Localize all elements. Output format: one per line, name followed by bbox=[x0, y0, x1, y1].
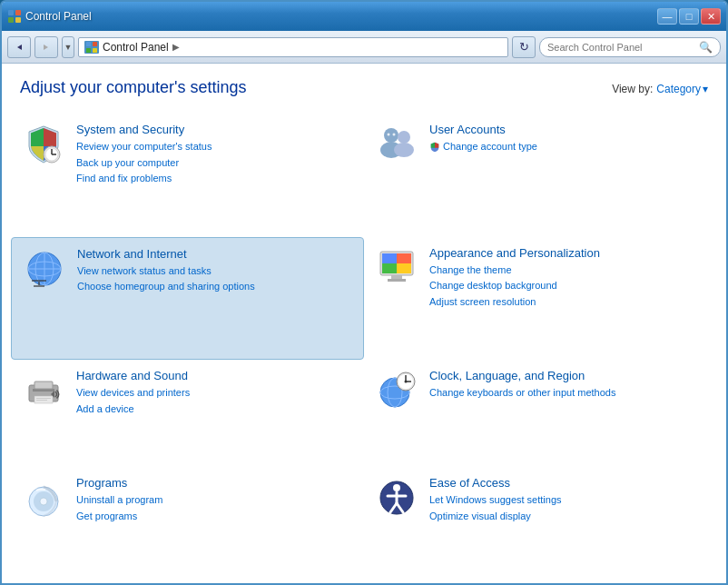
title-controls: — □ ✕ bbox=[657, 8, 721, 25]
appearance-link-2[interactable]: Change desktop background bbox=[429, 278, 706, 294]
svg-rect-27 bbox=[34, 285, 44, 287]
system-security-icon bbox=[22, 123, 65, 166]
search-box[interactable]: 🔍 bbox=[539, 37, 721, 57]
ease-link-1[interactable]: Let Windows suggest settings bbox=[429, 492, 706, 509]
hardware-link-2[interactable]: Add a device bbox=[76, 402, 353, 418]
network-internet-text: Network and Internet View network status… bbox=[77, 247, 352, 295]
svg-rect-33 bbox=[397, 263, 411, 273]
close-button[interactable]: ✕ bbox=[701, 8, 721, 25]
programs-icon bbox=[22, 476, 65, 520]
programs-title[interactable]: Programs bbox=[76, 476, 353, 490]
refresh-button[interactable]: ↻ bbox=[512, 36, 536, 58]
svg-rect-32 bbox=[382, 263, 397, 273]
programs-link-2[interactable]: Get programs bbox=[76, 509, 353, 525]
svg-rect-35 bbox=[388, 279, 406, 282]
programs-link-1[interactable]: Uninstall a program bbox=[76, 492, 353, 509]
svg-point-19 bbox=[393, 134, 396, 136]
svg-rect-25 bbox=[32, 280, 46, 282]
clock-language-title[interactable]: Clock, Language, and Region bbox=[429, 369, 706, 382]
clock-link-1[interactable]: Change keyboards or other input methods bbox=[429, 385, 706, 402]
system-security-link-3[interactable]: Find and fix problems bbox=[76, 171, 353, 187]
system-security-link-2[interactable]: Back up your computer bbox=[76, 155, 353, 172]
svg-rect-2 bbox=[8, 17, 14, 23]
dropdown-button[interactable]: ▼ bbox=[62, 36, 74, 58]
path-arrow: ▶ bbox=[172, 42, 180, 52]
address-bar: ▼ Control Panel ▶ ↻ 🔍 bbox=[2, 31, 726, 64]
category-appearance[interactable]: Appearance and Personalization Change th… bbox=[364, 237, 717, 361]
appearance-icon bbox=[375, 246, 418, 290]
hardware-sound-title[interactable]: Hardware and Sound bbox=[76, 369, 353, 382]
svg-rect-0 bbox=[8, 10, 14, 15]
viewby-arrow: ▾ bbox=[703, 83, 708, 95]
svg-rect-3 bbox=[15, 17, 21, 23]
title-bar: Control Panel — □ ✕ bbox=[2, 2, 726, 31]
window-icon bbox=[7, 9, 22, 24]
svg-point-16 bbox=[398, 131, 410, 144]
search-icon[interactable]: 🔍 bbox=[699, 41, 713, 54]
main-window: Control Panel — □ ✕ ▼ Control Pa bbox=[0, 0, 728, 585]
clock-language-text: Clock, Language, and Region Change keybo… bbox=[429, 369, 706, 402]
hardware-link-1[interactable]: View devices and printers bbox=[76, 385, 353, 402]
svg-point-55 bbox=[393, 484, 400, 491]
title-bar-left: Control Panel bbox=[7, 9, 92, 24]
category-user-accounts[interactable]: User Accounts Change account type bbox=[364, 114, 717, 237]
address-path[interactable]: Control Panel ▶ bbox=[78, 37, 508, 57]
shield-icon-small bbox=[429, 142, 440, 153]
ease-of-access-title[interactable]: Ease of Access bbox=[429, 476, 706, 490]
maximize-button[interactable]: □ bbox=[679, 8, 699, 25]
window-title: Control Panel bbox=[25, 10, 92, 23]
network-link-2[interactable]: Choose homegroup and sharing options bbox=[77, 279, 352, 295]
viewby-label: View by: bbox=[612, 83, 653, 95]
minimize-button[interactable]: — bbox=[657, 8, 677, 25]
appearance-text: Appearance and Personalization Change th… bbox=[429, 246, 706, 311]
category-system-security[interactable]: System and Security Review your computer… bbox=[11, 114, 364, 237]
svg-rect-8 bbox=[86, 48, 91, 53]
svg-rect-6 bbox=[86, 42, 91, 46]
svg-rect-34 bbox=[391, 275, 402, 279]
svg-rect-40 bbox=[36, 398, 51, 399]
category-network-internet[interactable]: Network and Internet View network status… bbox=[11, 237, 364, 361]
category-programs[interactable]: Programs Uninstall a program Get program… bbox=[11, 467, 364, 574]
user-accounts-title[interactable]: User Accounts bbox=[429, 123, 706, 136]
network-internet-icon bbox=[23, 247, 66, 291]
viewby-value: Category bbox=[656, 83, 701, 95]
svg-marker-4 bbox=[17, 45, 22, 50]
hardware-sound-icon bbox=[22, 369, 65, 412]
appearance-link-3[interactable]: Adjust screen resolution bbox=[429, 294, 706, 311]
system-security-title[interactable]: System and Security bbox=[76, 123, 353, 136]
ease-link-2[interactable]: Optimize visual display bbox=[429, 509, 706, 525]
page-title: Adjust your computer's settings bbox=[20, 78, 247, 97]
svg-rect-38 bbox=[34, 382, 53, 389]
appearance-link-1[interactable]: Change the theme bbox=[429, 263, 706, 279]
view-by: View by: Category ▾ bbox=[612, 83, 708, 95]
clock-language-icon bbox=[375, 369, 418, 412]
appearance-title[interactable]: Appearance and Personalization bbox=[429, 246, 706, 260]
svg-point-17 bbox=[394, 143, 414, 157]
category-ease-of-access[interactable]: Ease of Access Let Windows suggest setti… bbox=[364, 467, 717, 574]
user-accounts-icon bbox=[375, 123, 418, 166]
network-internet-title[interactable]: Network and Internet bbox=[77, 247, 352, 261]
svg-rect-1 bbox=[15, 10, 21, 15]
path-icon bbox=[84, 41, 99, 54]
user-accounts-link-1[interactable]: Change account type bbox=[429, 139, 537, 155]
svg-point-53 bbox=[40, 498, 47, 505]
svg-rect-30 bbox=[382, 253, 397, 263]
svg-point-50 bbox=[405, 381, 408, 383]
svg-point-18 bbox=[388, 134, 390, 136]
programs-text: Programs Uninstall a program Get program… bbox=[76, 476, 353, 524]
category-clock-language[interactable]: Clock, Language, and Region Change keybo… bbox=[364, 360, 717, 467]
category-hardware-sound[interactable]: Hardware and Sound View devices and prin… bbox=[11, 360, 364, 467]
svg-marker-5 bbox=[44, 45, 48, 50]
forward-button[interactable] bbox=[34, 36, 58, 58]
content-header: Adjust your computer's settings View by:… bbox=[2, 64, 726, 104]
network-link-1[interactable]: View network status and tasks bbox=[77, 263, 352, 280]
main-content: Adjust your computer's settings View by:… bbox=[2, 64, 726, 583]
back-button[interactable] bbox=[7, 36, 31, 58]
category-grid: System and Security Review your computer… bbox=[2, 104, 726, 583]
svg-point-14 bbox=[384, 128, 398, 143]
system-security-link-1[interactable]: Review your computer's status bbox=[76, 139, 353, 155]
search-input[interactable] bbox=[547, 42, 695, 53]
svg-rect-41 bbox=[36, 400, 47, 401]
viewby-dropdown[interactable]: Category ▾ bbox=[656, 83, 708, 95]
system-security-text: System and Security Review your computer… bbox=[76, 123, 353, 187]
